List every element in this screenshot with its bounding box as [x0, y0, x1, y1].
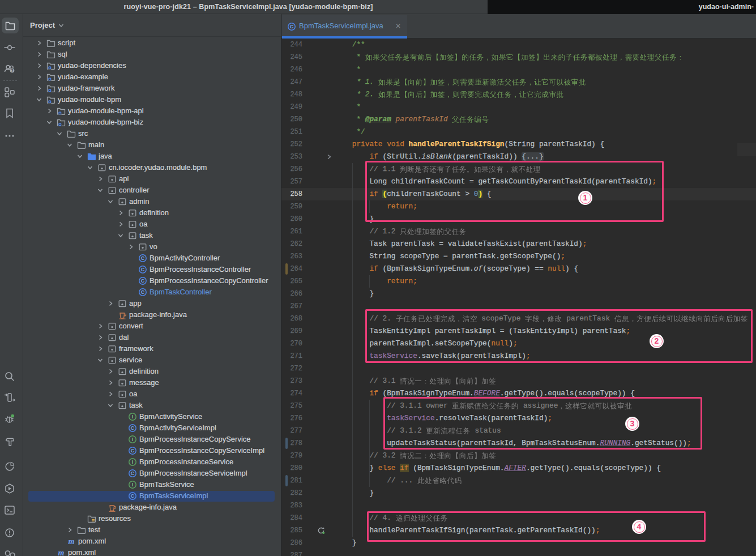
- svg-text:C: C: [131, 425, 135, 431]
- svg-text:I: I: [132, 459, 134, 465]
- svg-text:m: m: [69, 537, 75, 546]
- svg-text:m: m: [58, 549, 65, 556]
- svg-text:C: C: [131, 493, 135, 499]
- svg-text:C: C: [141, 289, 145, 295]
- svg-text:C: C: [131, 471, 135, 476]
- svg-text:C: C: [141, 255, 145, 261]
- svg-text:?: ?: [11, 68, 14, 73]
- svg-text:C: C: [131, 448, 135, 454]
- svg-text:I: I: [132, 482, 134, 487]
- svg-text:C: C: [141, 278, 145, 284]
- svg-text:C: C: [290, 24, 294, 29]
- svg-text:I: I: [132, 437, 134, 442]
- svg-text:C: C: [141, 267, 145, 272]
- svg-text:I: I: [132, 414, 134, 420]
